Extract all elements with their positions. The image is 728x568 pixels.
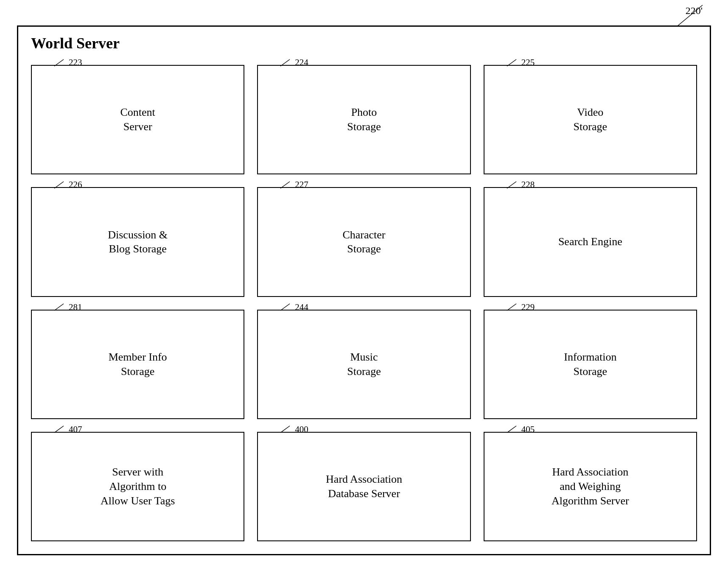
label-content-server: ContentServer [120,105,155,134]
svg-line-3 [54,182,64,188]
svg-line-1 [280,59,290,66]
svg-line-10 [280,426,290,433]
ref-407: 407 [69,424,82,435]
ref-220: 220' [686,5,703,17]
svg-line-9 [54,426,64,433]
svg-line-7 [280,304,290,311]
component-grid: 223 ContentServer 224 PhotoStorage 225 V [31,65,697,541]
box-discussion-blog: Discussion &Blog Storage [31,187,244,297]
label-member-info: Member InfoStorage [109,350,167,379]
cell-content-server: 223 ContentServer [31,65,244,174]
box-hard-assoc-weighing: Hard Associationand WeighingAlgorithm Se… [484,432,697,541]
cell-search-engine: 228 Search Engine [484,187,697,297]
cell-server-algorithm: 407 Server withAlgorithm toAllow User Ta… [31,432,244,541]
cell-discussion-blog: 226 Discussion &Blog Storage [31,187,244,297]
world-server-container: World Server 223 ContentServer 224 Photo… [17,25,711,555]
ref-228: 228 [521,179,535,190]
label-search-engine: Search Engine [558,235,622,249]
cell-hard-assoc-db: 400 Hard AssociationDatabase Server [257,432,470,541]
box-information-storage: InformationStorage [484,310,697,419]
ref-229: 229 [521,302,535,313]
cell-hard-assoc-weighing: 405 Hard Associationand WeighingAlgorith… [484,432,697,541]
svg-line-11 [507,426,516,433]
ref-244: 244 [295,302,308,313]
cell-member-info: 281 Member InfoStorage [31,310,244,419]
label-video-storage: VideoStorage [574,105,607,134]
box-member-info: Member InfoStorage [31,310,244,419]
ref-400: 400 [295,424,308,435]
box-content-server: ContentServer [31,65,244,174]
box-music-storage: MusicStorage [257,310,470,419]
world-server-title: World Server [31,34,120,52]
label-server-algorithm: Server withAlgorithm toAllow User Tags [101,465,175,508]
svg-line-8 [507,304,516,311]
box-video-storage: VideoStorage [484,65,697,174]
label-hard-assoc-db: Hard AssociationDatabase Server [326,472,402,501]
box-hard-assoc-db: Hard AssociationDatabase Server [257,432,470,541]
label-photo-storage: PhotoStorage [347,105,381,134]
ref-281: 281 [69,302,82,313]
ref-405: 405 [521,424,535,435]
label-information-storage: InformationStorage [564,350,616,379]
box-character-storage: CharacterStorage [257,187,470,297]
box-search-engine: Search Engine [484,187,697,297]
cell-information-storage: 229 InformationStorage [484,310,697,419]
ref-225: 225 [521,57,535,68]
ref-223: 223 [69,57,82,68]
svg-line-5 [507,182,516,188]
svg-line-0 [54,59,64,66]
label-hard-assoc-weighing: Hard Associationand WeighingAlgorithm Se… [552,465,629,508]
ref-226: 226 [69,179,82,190]
svg-line-4 [280,182,290,188]
cell-video-storage: 225 VideoStorage [484,65,697,174]
box-photo-storage: PhotoStorage [257,65,470,174]
svg-line-6 [54,304,64,311]
ref-224: 224 [295,57,308,68]
label-discussion-blog: Discussion &Blog Storage [108,228,168,257]
ref-227: 227 [295,179,308,190]
label-character-storage: CharacterStorage [342,228,385,257]
cell-music-storage: 244 MusicStorage [257,310,470,419]
cell-character-storage: 227 CharacterStorage [257,187,470,297]
cell-photo-storage: 224 PhotoStorage [257,65,470,174]
box-server-algorithm: Server withAlgorithm toAllow User Tags [31,432,244,541]
label-music-storage: MusicStorage [347,350,381,379]
svg-line-2 [507,59,516,66]
